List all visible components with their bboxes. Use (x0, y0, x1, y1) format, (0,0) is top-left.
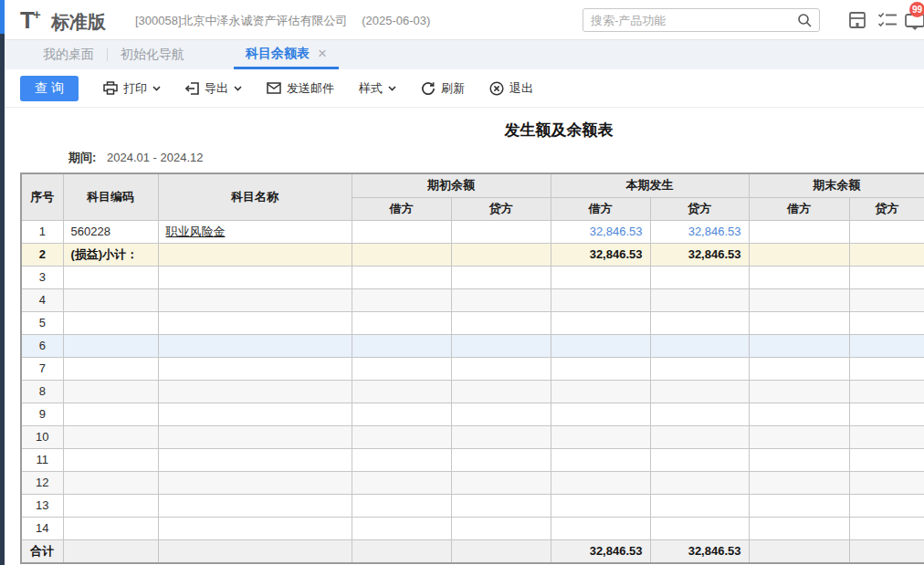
export-label: 导出 (205, 80, 228, 97)
cell-bq_d[interactable]: 32,846.53 (650, 220, 749, 243)
calculator-icon[interactable] (848, 11, 866, 29)
cell-qm_j (749, 288, 849, 311)
cell-bq_j (551, 380, 650, 403)
cell-code: (损益)小计： (63, 243, 158, 266)
notification-badge[interactable]: 99 (909, 2, 924, 17)
cell-qm_d (849, 243, 924, 266)
cell-qc_j (352, 220, 451, 243)
cell-qc_j (352, 425, 451, 448)
table-row[interactable]: 12 (21, 471, 924, 494)
exit-button[interactable]: 退出 (489, 80, 533, 97)
refresh-button[interactable]: 刷新 (421, 80, 465, 97)
cell-bq_j[interactable]: 32,846.53 (551, 220, 650, 243)
header-closing-balance: 期末余额 (749, 173, 924, 197)
cell-name (158, 471, 352, 494)
cell-qm_d (849, 220, 924, 243)
cell-seq: 1 (21, 220, 63, 243)
cell-name (158, 517, 352, 539)
table-row[interactable]: 2(损益)小计：32,846.5332,846.53 (21, 243, 924, 266)
total-row[interactable]: 合计32,846.5332,846.53 (21, 539, 924, 563)
table-row[interactable]: 10 (21, 425, 924, 448)
cell-name (158, 425, 352, 448)
account-balance-table: 序号 科目编码 科目名称 期初余额 本期发生 期末余额 借方 贷方 借方 贷方 … (20, 173, 924, 564)
table-row[interactable]: 1560228职业风险金32,846.5332,846.53 (21, 220, 924, 243)
company-name[interactable]: [300058]北京中泽永诚资产评估有限公司 (135, 14, 348, 27)
print-button[interactable]: 打印 (103, 80, 161, 97)
style-button[interactable]: 样式 (359, 80, 396, 97)
cell-name[interactable]: 职业风险金 (158, 220, 352, 243)
period-label: 期间: (68, 151, 96, 164)
table-row[interactable]: 3 (21, 266, 924, 288)
cell-bq_d (650, 334, 749, 357)
table-row[interactable]: 11 (21, 448, 924, 471)
cell-code (63, 380, 158, 403)
cell-qc_j (352, 403, 451, 425)
cell-bq_j: 32,846.53 (551, 539, 650, 563)
cell-qc_j (352, 334, 451, 357)
search-icon[interactable] (797, 13, 813, 28)
search-box[interactable] (583, 8, 820, 32)
chevron-down-icon (388, 86, 396, 91)
export-button[interactable]: 导出 (185, 80, 242, 97)
send-email-label: 发送邮件 (287, 80, 334, 97)
cell-qm_j (749, 243, 849, 266)
export-icon (185, 82, 199, 95)
cell-bq_d (650, 448, 749, 471)
cell-name (158, 539, 352, 563)
cell-name (158, 357, 352, 380)
cell-qc_j (352, 266, 451, 288)
cell-bq_d (650, 266, 749, 288)
cell-bq_j (551, 517, 650, 539)
table-row[interactable]: 9 (21, 403, 924, 425)
cell-qm_d (849, 539, 924, 563)
task-list-icon[interactable] (877, 12, 898, 28)
tab-init-navigation[interactable]: 初始化导航 (108, 40, 197, 69)
tab-close-icon[interactable]: × (318, 46, 327, 61)
cell-qm_j (749, 357, 849, 380)
table-row[interactable]: 8 (21, 380, 924, 403)
cell-name (158, 243, 352, 266)
table-row[interactable]: 6 (21, 334, 924, 357)
cell-qc_j (352, 288, 451, 311)
chevron-down-icon (152, 86, 161, 91)
cell-seq: 5 (21, 311, 63, 334)
company-info[interactable]: [300058]北京中泽永诚资产评估有限公司 (2025-06-03) (135, 13, 430, 29)
cell-qc_j (352, 357, 451, 380)
table-row[interactable]: 7 (21, 357, 924, 380)
cell-seq: 6 (21, 334, 63, 357)
cell-qc_d (451, 517, 551, 539)
cell-code (63, 357, 158, 380)
cell-bq_d (650, 288, 749, 311)
tab-account-balance-label[interactable]: 科目余额表 (246, 46, 310, 62)
cell-qc_d (451, 494, 551, 517)
cell-qm_j (749, 311, 849, 334)
cell-name (158, 380, 352, 403)
cell-qm_d (849, 517, 924, 539)
table-row[interactable]: 4 (21, 288, 924, 311)
table-row[interactable]: 13 (21, 494, 924, 517)
query-button[interactable]: 查 询 (20, 76, 79, 101)
header-current-debit: 借方 (551, 197, 650, 220)
app-logo: T+ 标准版 (20, 6, 106, 35)
table-row[interactable]: 14 (21, 517, 924, 539)
tab-account-balance[interactable]: 科目余额表 × (234, 40, 339, 69)
mail-icon (267, 82, 281, 94)
cell-qm_j (749, 334, 849, 357)
cell-qc_j (352, 517, 451, 539)
cell-qc_d (451, 220, 551, 243)
printer-icon (103, 81, 118, 95)
cell-code (63, 539, 158, 563)
search-input[interactable] (583, 14, 797, 27)
send-email-button[interactable]: 发送邮件 (267, 80, 334, 97)
cell-seq: 2 (21, 243, 63, 266)
table-row[interactable]: 5 (21, 311, 924, 334)
cell-seq: 3 (21, 266, 63, 288)
tab-my-desktop[interactable]: 我的桌面 (30, 40, 107, 69)
cell-bq_j (551, 494, 650, 517)
top-bar: T+ 标准版 [300058]北京中泽永诚资产评估有限公司 (2025-06-0… (0, 0, 924, 40)
cell-seq: 4 (21, 288, 63, 311)
cell-code (63, 311, 158, 334)
cell-qm_j (749, 266, 849, 288)
window-edge-strip-navy (0, 34, 5, 565)
header-account-code: 科目编码 (63, 173, 158, 220)
